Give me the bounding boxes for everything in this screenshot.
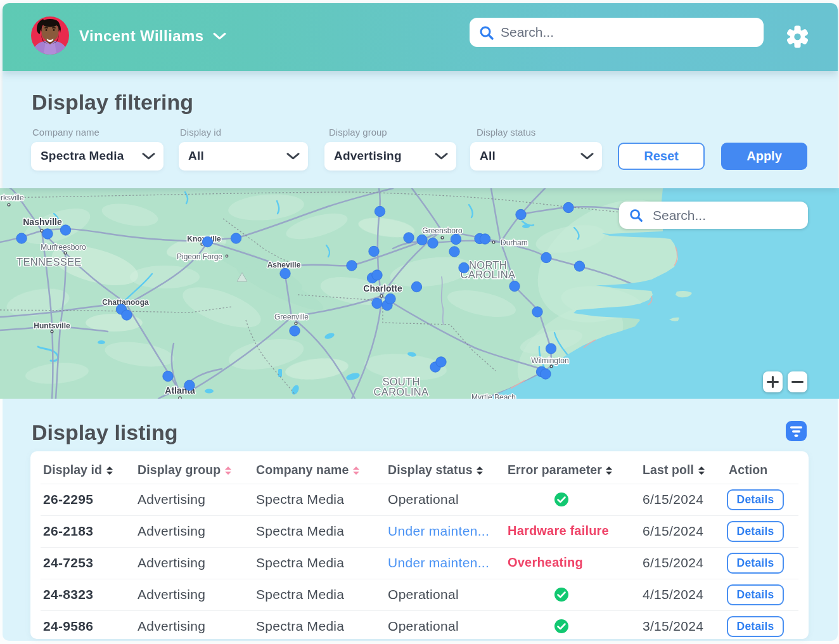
svg-text:Greenville: Greenville [274, 312, 309, 321]
svg-text:Asheville: Asheville [267, 261, 301, 269]
svg-text:Huntsville: Huntsville [34, 321, 70, 330]
svg-text:Charlotte: Charlotte [363, 283, 402, 293]
svg-text:CAROLINA: CAROLINA [374, 386, 429, 397]
svg-text:Durham: Durham [501, 238, 528, 247]
svg-text:Chattanooga: Chattanooga [102, 298, 149, 307]
svg-text:Wilmington: Wilmington [531, 356, 568, 365]
svg-text:rksville: rksville [1, 193, 24, 202]
svg-text:Myrtle Beach: Myrtle Beach [471, 393, 516, 399]
svg-text:Nashville: Nashville [23, 217, 62, 227]
svg-text:Murfreesboro: Murfreesboro [41, 243, 86, 252]
svg-text:Pigeon Forge: Pigeon Forge [177, 252, 222, 261]
svg-text:TENNESSEE: TENNESSEE [16, 256, 82, 267]
svg-text:Greensboro: Greensboro [422, 226, 463, 235]
svg-text:CAROLINA: CAROLINA [461, 269, 516, 280]
